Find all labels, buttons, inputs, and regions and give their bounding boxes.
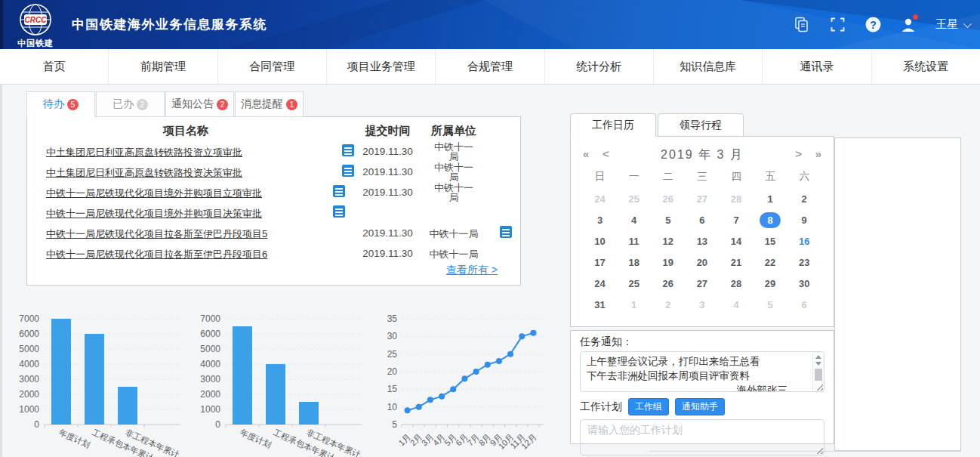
calendar-day[interactable]: 27 xyxy=(685,188,719,209)
svg-text:6000: 6000 xyxy=(200,329,220,339)
tab-1[interactable]: 已办2 xyxy=(96,91,165,117)
nav-item-1[interactable]: 前期管理 xyxy=(109,49,217,84)
calendar-day[interactable]: 23 xyxy=(787,252,821,273)
calendar-day[interactable]: 12 xyxy=(651,230,685,252)
calendar-day[interactable]: 19 xyxy=(651,252,685,273)
right-tab-1[interactable]: 领导行程 xyxy=(658,113,744,137)
work-plan-input[interactable] xyxy=(581,420,824,455)
calendar-day[interactable]: 21 xyxy=(719,252,753,273)
tab-0[interactable]: 待办5 xyxy=(26,91,95,117)
right-tab-0[interactable]: 工作日历 xyxy=(570,113,656,137)
day-number: 26 xyxy=(663,193,673,205)
calendar-day[interactable]: 16 xyxy=(787,230,821,252)
calendar-day[interactable]: 20 xyxy=(685,252,719,273)
svg-text:?: ? xyxy=(870,19,877,31)
bar-chart-2: 01000200030004000500060007000年度计划工程承包本年累… xyxy=(193,302,374,457)
project-link[interactable]: 中铁十一局尼铁现代化项目拉各斯至伊巴丹段项目5 xyxy=(46,227,267,241)
task-notice-textarea[interactable]: 上午整理会议记录，打印出来给王总看下午去非洲处回报本周项目评审资料海外部张三 xyxy=(580,351,824,392)
calendar-day[interactable]: 10 xyxy=(583,230,617,252)
view-all-link[interactable]: 查看所有 > xyxy=(446,264,498,277)
scroll-down-arrow-icon[interactable] xyxy=(815,362,821,366)
nav-item-3[interactable]: 项目业务管理 xyxy=(327,49,436,84)
day-number: 8 xyxy=(760,212,781,228)
calendar-day[interactable]: 14 xyxy=(719,230,753,252)
calendar-day[interactable]: 17 xyxy=(583,252,617,273)
calendar-day[interactable]: 2 xyxy=(787,188,821,209)
copy-icon[interactable] xyxy=(794,17,810,33)
calendar-day[interactable]: 5 xyxy=(651,209,685,230)
nav-item-7[interactable]: 通讯录 xyxy=(763,49,871,84)
detail-list-icon[interactable] xyxy=(333,205,345,218)
nav-item-5[interactable]: 统计分析 xyxy=(545,49,654,84)
calendar-day[interactable]: 13 xyxy=(685,230,719,252)
svg-text:7000: 7000 xyxy=(19,313,39,324)
nav-item-0[interactable]: 首页 xyxy=(0,49,109,84)
calendar-day[interactable]: 5 xyxy=(753,294,787,315)
calendar-day[interactable]: 26 xyxy=(651,273,685,294)
unit-name: 中铁十一局 xyxy=(433,162,475,182)
tab-3[interactable]: 消息提醒1 xyxy=(235,91,304,117)
calendar-day[interactable]: 30 xyxy=(787,273,821,294)
project-link[interactable]: 中土集团尼日利亚高原盘转铁路投资决策审批 xyxy=(46,166,242,180)
notify-assistant-button[interactable]: 通知助手 xyxy=(675,398,725,415)
day-number: 18 xyxy=(628,257,639,268)
calendar-day[interactable]: 28 xyxy=(719,188,753,209)
user-icon[interactable] xyxy=(900,17,917,33)
calendar-day[interactable]: 1 xyxy=(753,188,787,209)
nav-item-8[interactable]: 系统设置 xyxy=(872,49,980,84)
calendar-day[interactable]: 31 xyxy=(583,294,617,315)
calendar-day[interactable]: 4 xyxy=(617,209,651,230)
day-number: 24 xyxy=(594,193,605,205)
calendar-day[interactable]: 18 xyxy=(617,252,651,273)
tab-label: 已办 xyxy=(112,97,134,111)
calendar-day[interactable]: 3 xyxy=(583,209,617,230)
todo-panel: 项目名称 提交时间 所属单位 中土集团尼日利亚高原盘转铁路投资立项审批2019.… xyxy=(26,116,521,286)
nav-item-2[interactable]: 合同管理 xyxy=(218,49,327,84)
project-link[interactable]: 中土集团尼日利亚高原盘转铁路投资立项审批 xyxy=(46,146,242,159)
calendar-day[interactable]: 2 xyxy=(651,294,685,315)
calendar-day[interactable]: 25 xyxy=(617,273,651,294)
nav-item-4[interactable]: 合规管理 xyxy=(436,49,544,84)
calendar-day[interactable]: 24 xyxy=(583,273,617,294)
calendar-day[interactable]: 22 xyxy=(753,252,787,273)
scrollbar-thumb[interactable] xyxy=(815,369,822,381)
day-number: 3 xyxy=(597,215,602,226)
unit-name: 中铁十一局 xyxy=(408,227,499,241)
next-year-arrow[interactable]: » xyxy=(815,147,821,160)
tab-2[interactable]: 通知公告2 xyxy=(165,91,234,117)
calendar-day[interactable]: 26 xyxy=(651,188,685,209)
user-menu[interactable]: 王星 xyxy=(935,17,969,32)
calendar-day[interactable]: 8 xyxy=(753,209,787,230)
nav-item-6[interactable]: 知识信息库 xyxy=(654,49,763,84)
calendar-day[interactable]: 6 xyxy=(685,209,719,230)
calendar-day[interactable]: 24 xyxy=(583,188,617,209)
calendar-day[interactable]: 1 xyxy=(617,294,651,315)
fullscreen-icon[interactable] xyxy=(829,17,846,33)
weekday-label: 日 xyxy=(583,170,617,184)
day-number: 31 xyxy=(594,299,605,310)
svg-text:5000: 5000 xyxy=(200,344,220,354)
calendar-day[interactable]: 9 xyxy=(787,209,821,230)
calendar-day[interactable]: 4 xyxy=(719,294,753,315)
next-month-arrow[interactable]: > xyxy=(795,147,802,160)
detail-list-icon[interactable] xyxy=(333,185,345,197)
project-link[interactable]: 中铁十一局尼铁现代化项目拉各斯至伊巴丹段项目6 xyxy=(46,248,267,261)
task-notice-label: 任务通知： xyxy=(580,335,824,349)
scroll-up-arrow-icon[interactable] xyxy=(815,355,821,359)
calendar-day[interactable]: 28 xyxy=(719,273,753,294)
help-icon[interactable]: ? xyxy=(864,17,881,33)
calendar-day[interactable]: 27 xyxy=(685,273,719,294)
svg-text:10: 10 xyxy=(387,402,398,412)
calendar-day[interactable]: 25 xyxy=(617,188,651,209)
calendar-day[interactable]: 29 xyxy=(753,273,787,294)
work-group-button[interactable]: 工作组 xyxy=(628,398,669,415)
detail-list-icon[interactable] xyxy=(500,226,512,238)
calendar-day[interactable]: 3 xyxy=(685,294,719,315)
calendar-day[interactable]: 7 xyxy=(719,209,753,230)
project-link[interactable]: 中铁十一局尼铁现代化项目境外并购项目立项审批 xyxy=(46,187,262,200)
project-link[interactable]: 中铁十一局尼铁现代化项目境外并购项目决策审批 xyxy=(46,207,262,221)
calendar-day[interactable]: 15 xyxy=(753,230,787,252)
day-number: 13 xyxy=(697,236,707,247)
calendar-day[interactable]: 6 xyxy=(787,294,821,315)
calendar-day[interactable]: 11 xyxy=(617,230,651,252)
